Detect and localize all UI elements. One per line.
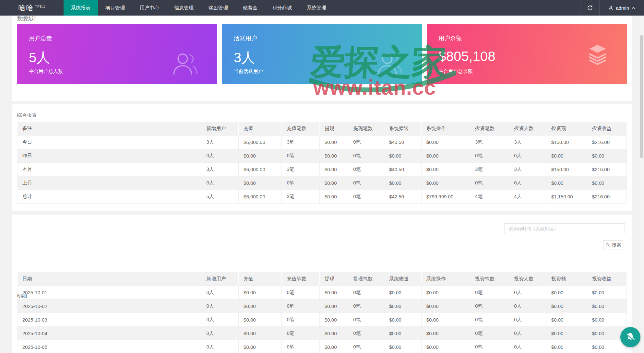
column-header: 系统赠送 xyxy=(384,272,422,286)
table-cell: 0人 xyxy=(201,340,239,353)
app-title: 哈哈 xyxy=(18,3,34,13)
column-header: 系统赠送 xyxy=(384,122,422,135)
summary-table: 备注新增用户充值充值笔数提现提现笔数系统赠送系统操作投资笔数投资人数投资额投资收… xyxy=(17,122,627,204)
table-cell: $0.00 xyxy=(421,135,470,149)
table-header-row: 日期新增用户充值充值笔数提现提现笔数系统赠送系统操作投资笔数投资人数投资额投资收… xyxy=(18,272,627,286)
column-header: 投资人数 xyxy=(509,272,546,286)
table-cell: 3笔 xyxy=(282,163,319,176)
layers-icon xyxy=(587,43,609,65)
table-cell: 0笔 xyxy=(348,327,384,340)
table-cell: 3人 xyxy=(201,135,239,149)
nav-item[interactable]: 系统报表 xyxy=(64,0,98,16)
table-cell: $0.00 xyxy=(239,313,282,327)
table-cell: $0.00 xyxy=(587,340,626,353)
stat-subtitle: 平台用户总人数 xyxy=(29,68,63,75)
table-cell: $0.00 xyxy=(546,340,587,353)
column-header: 提现 xyxy=(319,272,348,286)
table-cell: $0.00 xyxy=(239,149,282,163)
table-cell: $216.00 xyxy=(587,163,626,176)
table-cell: $0.00 xyxy=(421,340,470,353)
scrollbar-thumb[interactable] xyxy=(640,35,643,158)
table-cell: $0.00 xyxy=(319,300,348,313)
column-header: 充值笔数 xyxy=(282,122,319,135)
user-menu[interactable]: admin xyxy=(600,0,644,16)
table-cell: 0笔 xyxy=(348,300,384,313)
table-cell: $0.00 xyxy=(319,340,348,353)
nav-item[interactable]: 储蓄金 xyxy=(235,0,265,16)
table-cell: $40.50 xyxy=(384,135,422,149)
search-button[interactable]: 搜索 xyxy=(603,240,623,250)
nav-item[interactable]: 项目管理 xyxy=(98,0,132,16)
table-cell: 0人 xyxy=(201,149,239,163)
stat-label: 活跃用户 xyxy=(234,34,411,42)
refresh-button[interactable] xyxy=(580,0,599,16)
table-cell: $0.00 xyxy=(239,340,282,353)
time-filter-input[interactable] xyxy=(504,223,625,234)
summary-panel: 综合报表 备注新增用户充值充值笔数提现提现笔数系统赠送系统操作投资笔数投资人数投… xyxy=(12,104,632,211)
table-cell: $0.00 xyxy=(546,176,587,190)
table-cell: $0.00 xyxy=(384,327,422,340)
column-header: 投资人数 xyxy=(509,122,546,135)
table-cell: 3笔 xyxy=(470,135,509,149)
app-version: TP5.1 xyxy=(35,5,45,8)
nav-menu: 系统报表项目管理用户中心信息管理奖励管理储蓄金积分商城系统管理 xyxy=(64,0,334,16)
table-cell: 5人 xyxy=(201,190,239,204)
table-cell: $0.00 xyxy=(421,149,470,163)
nav-item[interactable]: 用户中心 xyxy=(132,0,167,16)
column-header: 投资收益 xyxy=(587,272,626,286)
nav-item[interactable]: 积分商城 xyxy=(265,0,299,16)
search-button-label: 搜索 xyxy=(612,242,621,248)
stat-card-total-users: 用户总量 5人 平台用户总人数 xyxy=(17,24,217,84)
table-cell: 0笔 xyxy=(470,300,509,313)
table-cell: $0.00 xyxy=(587,313,626,327)
detail-panel: 搜索 明细 日期新增用户充值充值笔数提现提现笔数系统赠送系统操作投资笔数投资人数… xyxy=(12,215,632,353)
table-cell: 0笔 xyxy=(348,313,384,327)
detail-table-wrap: 日期新增用户充值充值笔数提现提现笔数系统赠送系统操作投资笔数投资人数投资额投资收… xyxy=(17,272,627,353)
table-cell: $0.00 xyxy=(384,340,422,353)
table-cell: $6,000.00 xyxy=(239,190,282,204)
column-header: 提现笔数 xyxy=(348,272,384,286)
table-cell: 0笔 xyxy=(470,149,509,163)
table-cell: 0笔 xyxy=(470,327,509,340)
users-icon xyxy=(171,48,200,78)
notification-fab[interactable] xyxy=(620,327,640,347)
table-cell: $0.00 xyxy=(319,327,348,340)
nav-item[interactable]: 系统管理 xyxy=(299,0,334,16)
summary-table-wrap: 备注新增用户充值充值笔数提现提现笔数系统赠送系统操作投资笔数投资人数投资额投资收… xyxy=(17,122,627,204)
table-cell: $0.00 xyxy=(587,176,626,190)
table-row: 总计5人$6,000.003笔$0.000笔$42.50$799,999.004… xyxy=(18,190,627,204)
detail-table: 日期新增用户充值充值笔数提现提现笔数系统赠送系统操作投资笔数投资人数投资额投资收… xyxy=(17,272,627,353)
table-cell: 0笔 xyxy=(470,313,509,327)
table-cell: $0.00 xyxy=(319,286,348,300)
table-cell: 3笔 xyxy=(470,163,509,176)
table-cell: 0笔 xyxy=(470,340,509,353)
table-cell: $0.00 xyxy=(421,286,470,300)
table-cell: 0笔 xyxy=(282,149,319,163)
table-cell: $40.50 xyxy=(384,163,422,176)
table-cell: 2025-10-01 xyxy=(18,286,201,300)
table-cell: 3人 xyxy=(509,163,546,176)
column-header: 备注 xyxy=(18,122,201,135)
table-cell: $150.00 xyxy=(546,163,587,176)
table-cell: $0.00 xyxy=(384,176,422,190)
table-cell: 总计 xyxy=(18,190,201,204)
table-cell: $0.00 xyxy=(384,149,422,163)
nav-item[interactable]: 信息管理 xyxy=(167,0,201,16)
table-cell: $0.00 xyxy=(421,176,470,190)
table-cell: 0人 xyxy=(509,176,546,190)
table-cell: 0笔 xyxy=(282,176,319,190)
column-header: 充值笔数 xyxy=(282,272,319,286)
stat-card-active-users: 活跃用户 3人 当前活跃用户 xyxy=(222,24,422,84)
table-cell: 3人 xyxy=(509,135,546,149)
user-icon xyxy=(608,5,614,11)
scrollbar-track[interactable] xyxy=(639,16,644,353)
table-cell: $0.00 xyxy=(384,313,422,327)
table-cell: $0.00 xyxy=(421,327,470,340)
users-icon xyxy=(375,48,405,78)
nav-item[interactable]: 奖励管理 xyxy=(201,0,235,16)
table-cell: 2025-10-02 xyxy=(18,300,201,313)
table-cell: $0.00 xyxy=(319,190,348,204)
stat-subtitle: 当前活跃用户 xyxy=(234,68,263,75)
stat-label: 用户总量 xyxy=(29,34,206,42)
table-cell: $0.00 xyxy=(319,163,348,176)
